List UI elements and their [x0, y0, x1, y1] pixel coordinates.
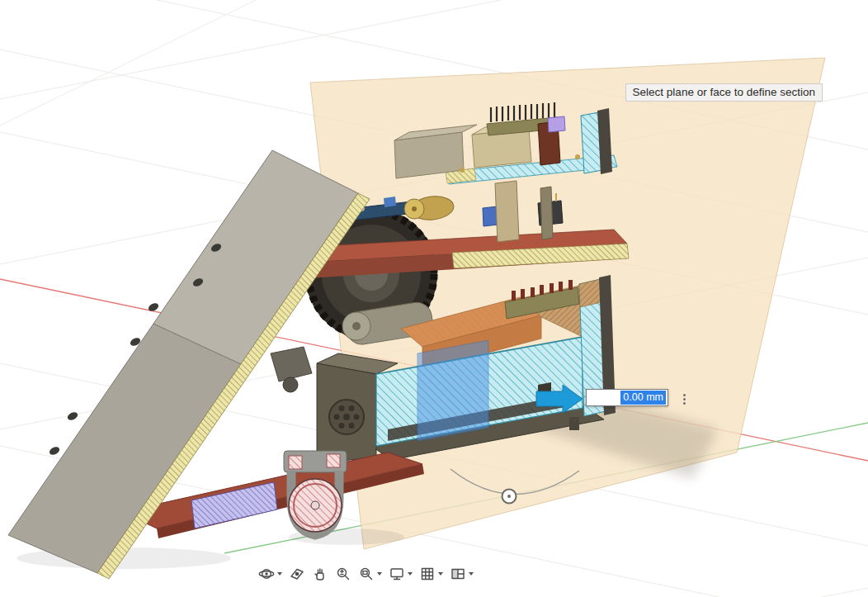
- navigation-toolbar: [256, 564, 476, 584]
- standoff-post: [495, 181, 519, 242]
- display-settings-dropdown-caret[interactable]: [408, 572, 413, 576]
- orbit-button[interactable]: [256, 564, 285, 584]
- grid-and-snaps-button[interactable]: [417, 564, 446, 584]
- zoom-window-dropdown-caret[interactable]: [377, 572, 382, 576]
- grid-and-snaps-dropdown-caret[interactable]: [438, 572, 443, 576]
- grid-and-snaps-icon: [419, 566, 436, 582]
- orbit-icon: [258, 566, 275, 582]
- pan-button[interactable]: [309, 564, 331, 584]
- hinge-bracket: [271, 347, 312, 392]
- pan-icon: [312, 566, 328, 582]
- display-settings-icon: [389, 566, 405, 582]
- viewports-dropdown-caret[interactable]: [469, 572, 474, 576]
- viewports-icon: [450, 566, 466, 582]
- display-settings-button[interactable]: [386, 564, 415, 584]
- viewport[interactable]: Select plane or face to define section 0…: [0, 0, 868, 597]
- section-prompt-text: Select plane or face to define section: [633, 86, 815, 98]
- look-at-button[interactable]: [286, 564, 308, 584]
- section-offset-value[interactable]: 0.00 mm: [620, 391, 666, 405]
- caster-wheel[interactable]: [284, 451, 347, 535]
- section-origin-handle[interactable]: [502, 490, 517, 504]
- section-offset-input[interactable]: 0.00 mm: [586, 389, 668, 406]
- zoom-button[interactable]: [333, 564, 354, 584]
- standoff-post: [540, 187, 553, 239]
- zoom-icon: [335, 566, 351, 582]
- zoom-window-icon: [358, 566, 375, 582]
- look-at-icon: [289, 566, 305, 582]
- orbit-dropdown-caret[interactable]: [277, 572, 282, 576]
- zoom-window-button[interactable]: [356, 564, 384, 584]
- viewports-button[interactable]: [447, 564, 476, 584]
- selection-highlight: [417, 340, 488, 441]
- section-prompt-tooltip: Select plane or face to define section: [625, 83, 823, 102]
- more-options-icon[interactable]: [678, 391, 690, 407]
